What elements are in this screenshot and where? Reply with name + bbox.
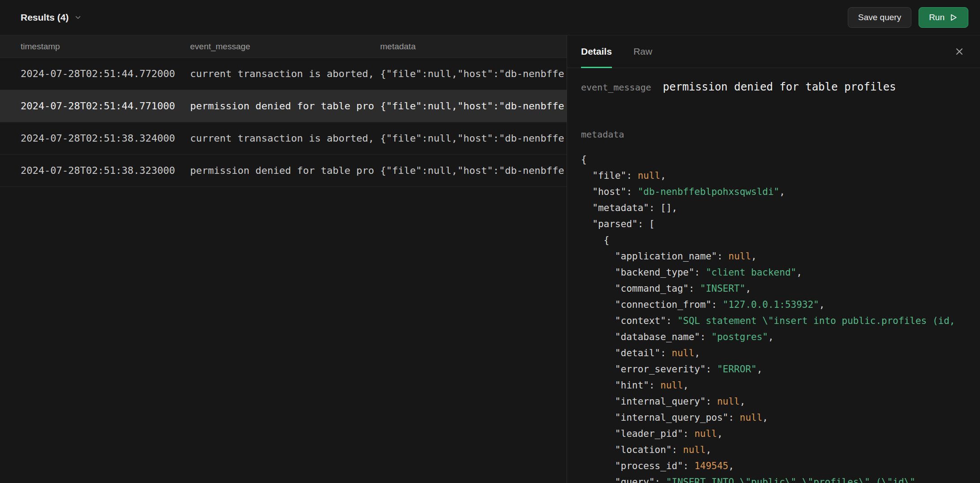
json-line: "process_id": 149545,	[581, 458, 980, 474]
table-row[interactable]: 2024-07-28T02:51:38.324000current transa…	[0, 122, 567, 155]
play-icon	[949, 13, 958, 22]
column-header-timestamp[interactable]: timestamp	[0, 42, 183, 52]
tab-raw[interactable]: Raw	[633, 35, 652, 68]
json-line: "context": "SQL statement \"insert into …	[581, 313, 980, 329]
table-row[interactable]: 2024-07-28T02:51:38.323000permission den…	[0, 155, 567, 187]
cell-event-message: current transaction is aborted,	[183, 68, 374, 79]
table-row[interactable]: 2024-07-28T02:51:44.772000current transa…	[0, 58, 567, 90]
details-panel: Details Raw event_message permission den…	[567, 35, 980, 483]
cell-timestamp: 2024-07-28T02:51:38.324000	[0, 133, 183, 144]
json-line: "file": null,	[581, 168, 980, 184]
run-button[interactable]: Run	[919, 7, 968, 28]
column-header-event-message[interactable]: event_message	[183, 42, 374, 52]
metadata-json: { "file": null, "host": "db-nenbffeblpoh…	[581, 151, 980, 483]
cell-event-message: permission denied for table pro	[183, 100, 374, 112]
cell-metadata: {"file":null,"host":"db-nenbffe	[374, 165, 567, 176]
table-header-row: timestamp event_message metadata	[0, 35, 567, 58]
json-line: "application_name": null,	[581, 248, 980, 264]
event-message-row: event_message permission denied for tabl…	[581, 81, 980, 93]
json-line: "internal_query": null,	[581, 393, 980, 410]
json-line: "backend_type": "client backend",	[581, 264, 980, 280]
topbar-actions: Save query Run	[848, 7, 968, 28]
details-tabs: Details Raw	[567, 35, 980, 68]
json-line: "connection_from": "127.0.0.1:53932",	[581, 297, 980, 313]
close-icon	[954, 52, 965, 58]
json-line: "host": "db-nenbffeblpohxsqwsldi",	[581, 184, 980, 200]
json-line: {	[581, 232, 980, 248]
json-line: "parsed": [	[581, 216, 980, 232]
json-line: "internal_query_pos": null,	[581, 410, 980, 426]
event-message-label: event_message	[581, 82, 651, 93]
run-label: Run	[929, 13, 945, 22]
event-message-value: permission denied for table profiles	[663, 81, 896, 93]
topbar: Results (4) Save query Run	[0, 0, 980, 35]
json-line: "leader_pid": null,	[581, 426, 980, 442]
json-line: "hint": null,	[581, 377, 980, 393]
cell-timestamp: 2024-07-28T02:51:38.323000	[0, 165, 183, 176]
cell-timestamp: 2024-07-28T02:51:44.771000	[0, 100, 183, 112]
json-line: "database_name": "postgres",	[581, 329, 980, 345]
chevron-down-icon	[74, 13, 82, 22]
results-table: timestamp event_message metadata 2024-07…	[0, 35, 567, 483]
column-header-metadata[interactable]: metadata	[374, 42, 567, 52]
results-label: Results (4)	[21, 12, 69, 23]
json-line: "error_severity": "ERROR",	[581, 361, 980, 377]
table-body: 2024-07-28T02:51:44.772000current transa…	[0, 58, 567, 483]
content-area: timestamp event_message metadata 2024-07…	[0, 35, 980, 483]
cell-metadata: {"file":null,"host":"db-nenbffe	[374, 68, 567, 79]
cell-event-message: permission denied for table pro	[183, 165, 374, 176]
tab-details[interactable]: Details	[581, 35, 612, 68]
json-line: "detail": null,	[581, 345, 980, 361]
logs-explorer-app: Results (4) Save query Run timestamp eve…	[0, 0, 980, 483]
metadata-label: metadata	[581, 129, 980, 140]
json-line: "command_tag": "INSERT",	[581, 280, 980, 297]
json-line: "location": null,	[581, 442, 980, 458]
cell-event-message: current transaction is aborted,	[183, 133, 374, 144]
cell-timestamp: 2024-07-28T02:51:44.772000	[0, 68, 183, 79]
save-query-button[interactable]: Save query	[848, 7, 911, 28]
table-row[interactable]: 2024-07-28T02:51:44.771000permission den…	[0, 90, 567, 122]
cell-metadata: {"file":null,"host":"db-nenbffe	[374, 100, 567, 112]
results-dropdown[interactable]: Results (4)	[21, 12, 82, 23]
json-line: "query": "INSERT INTO \"public\".\"profi…	[581, 474, 980, 483]
cell-metadata: {"file":null,"host":"db-nenbffe	[374, 133, 567, 144]
json-line: {	[581, 151, 980, 168]
close-button[interactable]	[951, 43, 967, 60]
details-body: event_message permission denied for tabl…	[567, 68, 980, 483]
json-line: "metadata": [],	[581, 200, 980, 216]
